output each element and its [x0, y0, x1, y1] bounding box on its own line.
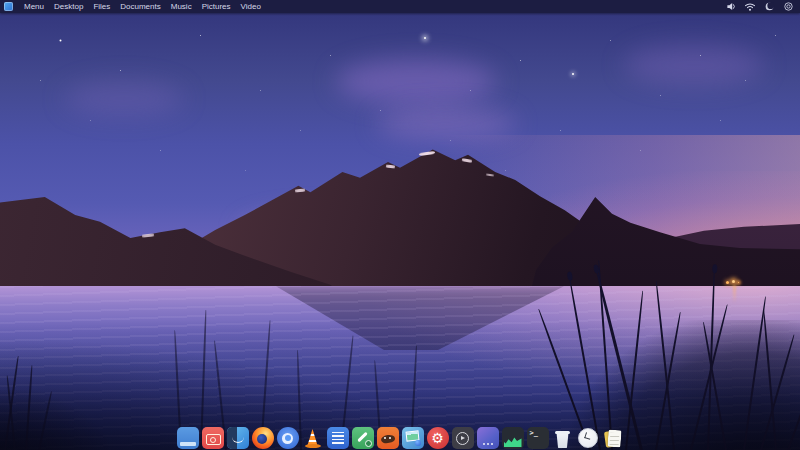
launcher-icon[interactable] — [477, 427, 499, 449]
show-desktop-icon[interactable] — [177, 427, 199, 449]
menu-desktop[interactable]: Desktop — [49, 0, 88, 13]
menu-menu[interactable]: Menu — [19, 0, 49, 13]
top-panel: MenuDesktopFilesDocumentsMusicPicturesVi… — [0, 0, 800, 13]
camera-icon[interactable] — [202, 427, 224, 449]
chromium-icon[interactable] — [277, 427, 299, 449]
desktop-wallpaper — [0, 0, 800, 450]
gimp-icon[interactable] — [377, 427, 399, 449]
menu-music[interactable]: Music — [166, 0, 197, 13]
panel-menus: MenuDesktopFilesDocumentsMusicPicturesVi… — [19, 0, 266, 13]
system-tray — [725, 0, 800, 13]
menu-video[interactable]: Video — [236, 0, 266, 13]
vlc-icon[interactable] — [302, 427, 324, 449]
settings-icon[interactable] — [427, 427, 449, 449]
terminal-icon[interactable] — [527, 427, 549, 449]
photos-icon[interactable] — [402, 427, 424, 449]
moon-icon[interactable] — [763, 1, 775, 13]
media-player-icon[interactable] — [452, 427, 474, 449]
files-icon[interactable] — [227, 427, 249, 449]
firefox-icon[interactable] — [252, 427, 274, 449]
menu-files[interactable]: Files — [88, 0, 115, 13]
trash-icon[interactable] — [552, 427, 574, 449]
monitor-icon[interactable] — [502, 427, 524, 449]
menu-pictures[interactable]: Pictures — [197, 0, 236, 13]
volume-icon[interactable] — [725, 1, 737, 13]
notes-icon[interactable] — [602, 427, 624, 449]
distro-logo-icon[interactable] — [4, 2, 13, 11]
builder-icon[interactable] — [352, 427, 374, 449]
wifi-icon[interactable] — [744, 1, 756, 13]
clock-icon[interactable] — [577, 427, 599, 449]
office-icon[interactable] — [327, 427, 349, 449]
power-icon[interactable] — [782, 1, 794, 13]
panel-left: MenuDesktopFilesDocumentsMusicPicturesVi… — [0, 0, 266, 13]
dock — [0, 427, 800, 449]
bright-star — [424, 37, 426, 39]
menu-documents[interactable]: Documents — [115, 0, 165, 13]
